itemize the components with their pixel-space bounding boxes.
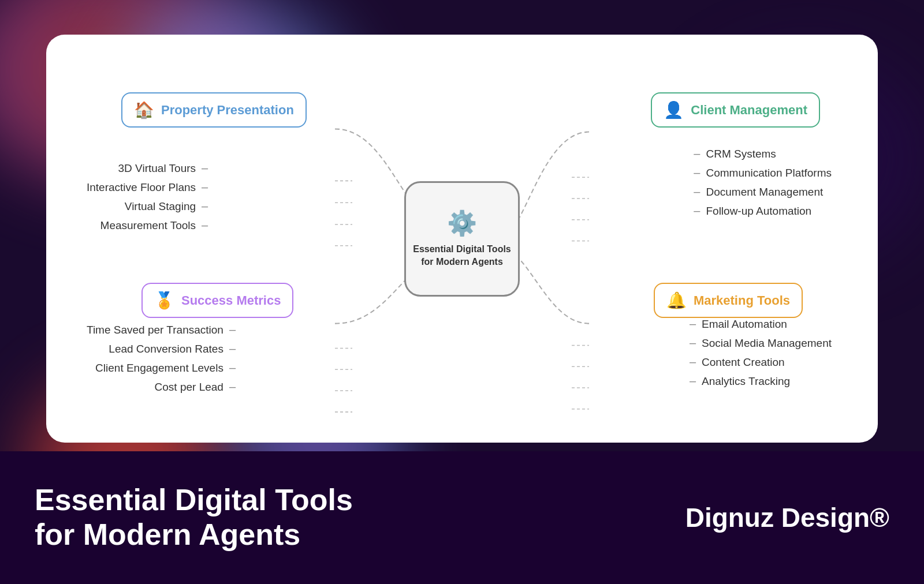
gear-icon: ⚙️ xyxy=(447,209,477,237)
diagram: ⚙️ Essential Digital Tools for Modern Ag… xyxy=(46,35,878,443)
list-item: – Content Creation xyxy=(690,355,832,369)
dash-icon: – xyxy=(229,380,236,394)
main-card: ⚙️ Essential Digital Tools for Modern Ag… xyxy=(46,35,878,443)
list-item: – Email Automation xyxy=(690,317,832,331)
property-items-list: 3D Virtual Tours – Interactive Floor Pla… xyxy=(87,156,208,238)
list-item: – Document Management xyxy=(694,185,832,199)
bottom-bar: Essential Digital Tools for Modern Agent… xyxy=(0,451,924,584)
dash-icon: – xyxy=(694,204,700,218)
dash-icon: – xyxy=(202,219,208,232)
item-label: Cost per Lead xyxy=(155,381,223,394)
success-metrics-label: Success Metrics xyxy=(181,293,281,308)
bell-icon: 🔔 xyxy=(666,291,687,310)
property-icon: 🏠 xyxy=(134,100,154,119)
brand-name: Dignuz Design® xyxy=(685,502,889,533)
dash-icon: – xyxy=(690,336,696,350)
dash-icon: – xyxy=(690,317,696,331)
center-node: ⚙️ Essential Digital Tools for Modern Ag… xyxy=(404,181,520,297)
dash-icon: – xyxy=(690,375,696,388)
item-label: Document Management xyxy=(706,186,823,199)
item-label: Analytics Tracking xyxy=(702,375,790,388)
list-item: Measurement Tools – xyxy=(87,219,208,232)
property-presentation-box: 🏠 Property Presentation xyxy=(121,92,307,128)
item-label: Lead Conversion Rates xyxy=(109,343,223,355)
client-items-list: – CRM Systems – Communication Platforms … xyxy=(694,141,832,223)
item-label: Follow-up Automation xyxy=(706,205,811,218)
list-item: – CRM Systems xyxy=(694,147,832,160)
list-item: – Analytics Tracking xyxy=(690,375,832,388)
list-item: – Social Media Management xyxy=(690,336,832,350)
center-node-label: Essential Digital Tools for Modern Agent… xyxy=(406,243,518,269)
list-item: Cost per Lead – xyxy=(87,380,236,394)
list-item: – Follow-up Automation xyxy=(694,204,832,218)
item-label: Content Creation xyxy=(702,356,785,369)
marketing-tools-box: 🔔 Marketing Tools xyxy=(654,283,803,318)
item-label: 3D Virtual Tours xyxy=(118,162,196,175)
list-item: 3D Virtual Tours – xyxy=(87,162,208,175)
client-management-label: Client Management xyxy=(691,103,807,118)
dash-icon: – xyxy=(202,200,208,213)
dash-icon: – xyxy=(202,181,208,194)
client-management-box: 👤 Client Management xyxy=(651,92,820,128)
list-item: Interactive Floor Plans – xyxy=(87,181,208,194)
item-label: Social Media Management xyxy=(702,337,832,350)
list-item: – Communication Platforms xyxy=(694,166,832,179)
item-label: Email Automation xyxy=(702,318,787,331)
item-label: Measurement Tools xyxy=(100,219,196,232)
item-label: Interactive Floor Plans xyxy=(87,181,196,194)
dash-icon: – xyxy=(694,185,700,199)
list-item: Client Engagement Levels – xyxy=(87,361,236,375)
item-label: CRM Systems xyxy=(706,148,776,160)
marketing-tools-label: Marketing Tools xyxy=(694,293,790,308)
marketing-items-list: – Email Automation – Social Media Manage… xyxy=(690,312,832,394)
success-metrics-box: 🏅 Success Metrics xyxy=(141,283,293,318)
success-items-list: Time Saved per Transaction – Lead Conver… xyxy=(87,317,236,399)
list-item: Time Saved per Transaction – xyxy=(87,323,236,336)
item-label: Virtual Staging xyxy=(125,200,196,213)
bottom-title: Essential Digital Tools for Modern Agent… xyxy=(35,483,381,552)
dash-icon: – xyxy=(694,147,700,160)
dash-icon: – xyxy=(229,361,236,375)
item-label: Client Engagement Levels xyxy=(95,362,223,375)
list-item: Lead Conversion Rates – xyxy=(87,342,236,355)
dash-icon: – xyxy=(202,162,208,175)
item-label: Communication Platforms xyxy=(706,167,832,179)
dash-icon: – xyxy=(690,355,696,369)
list-item: Virtual Staging – xyxy=(87,200,208,213)
person-icon: 👤 xyxy=(664,100,684,119)
dash-icon: – xyxy=(229,342,236,355)
property-presentation-label: Property Presentation xyxy=(161,103,294,118)
medal-icon: 🏅 xyxy=(154,291,174,310)
dash-icon: – xyxy=(694,166,700,179)
item-label: Time Saved per Transaction xyxy=(87,324,223,336)
dash-icon: – xyxy=(229,323,236,336)
